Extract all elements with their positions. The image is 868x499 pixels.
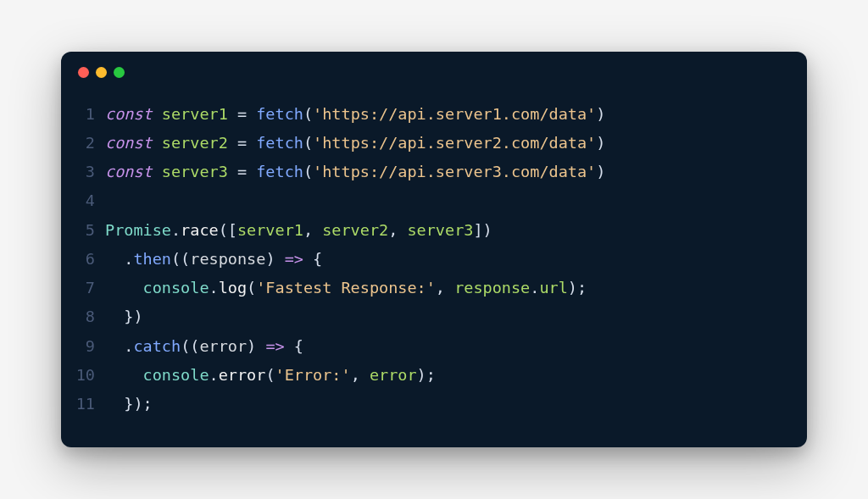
line-number: 10 [71,361,105,390]
token-var: server1 [162,105,228,123]
code-line: 2const server2 = fetch('https://api.serv… [71,129,787,158]
line-number: 8 [71,302,105,331]
token-plain [153,134,162,152]
token-punct: ) [596,134,605,152]
code-content: }); [105,390,153,419]
code-line: 5Promise.race([server1, server2, server3… [71,216,787,245]
token-plain [153,105,162,123]
titlebar [61,52,807,85]
token-var: server2 [162,134,228,152]
token-method: then [133,250,171,268]
token-punct: . [171,221,181,239]
token-str: 'Fastest Response:' [256,279,436,297]
code-window: 1const server1 = fetch('https://api.serv… [61,52,807,447]
code-content: Promise.race([server1, server2, server3]… [105,216,492,245]
token-fn: fetch [256,163,303,180]
token-punct: . [124,337,133,355]
token-var: error [370,366,417,384]
token-punct: { [303,250,322,268]
token-punct: , [351,366,370,384]
token-punct: ( [303,163,313,180]
token-punct: (( [181,337,199,355]
token-punct: = [237,134,247,152]
token-punct: . [209,279,219,297]
code-content: console.log('Fastest Response:', respons… [105,274,587,302]
minimize-icon[interactable] [96,67,107,78]
token-kw: const [105,105,153,123]
token-plain [105,250,124,268]
token-fn: fetch [256,105,303,123]
token-punct: }); [124,395,152,413]
token-punct: ); [568,279,587,297]
token-str: 'https://api.server1.com/data' [313,105,596,123]
line-number: 9 [71,332,105,361]
token-punct: ([ [219,221,237,239]
code-line: 3const server3 = fetch('https://api.serv… [71,158,787,186]
token-methodw: race [181,221,219,239]
line-number: 5 [71,216,105,245]
token-arrow: => [265,337,284,355]
token-punct: ( [265,366,275,384]
token-punct: ) [596,105,605,123]
code-line: 7 console.log('Fastest Response:', respo… [71,274,787,302]
token-plain [247,134,256,152]
line-number: 4 [71,186,105,215]
token-methodw: error [219,366,266,384]
token-punct: { [285,337,303,355]
token-plain [153,163,162,180]
token-prop: url [539,279,567,297]
code-content: const server3 = fetch('https://api.serve… [105,158,605,186]
line-number: 2 [71,129,105,158]
code-line: 9 .catch((error) => { [71,332,787,361]
token-plain [228,134,237,152]
code-content [105,186,114,215]
code-content: const server1 = fetch('https://api.serve… [105,100,605,129]
code-content: .then((response) => { [105,245,322,274]
code-content: }) [105,302,143,331]
token-var: server3 [407,221,473,239]
token-param: error [199,337,247,355]
token-var: response [454,279,530,297]
token-var: server3 [162,163,228,180]
token-punct: ) [247,337,265,355]
token-punct: ]) [473,221,492,239]
code-line: 10 console.error('Error:', error); [71,361,787,390]
line-number: 7 [71,274,105,302]
token-str: 'Error:' [275,366,351,384]
token-arrow: => [285,250,303,268]
line-number: 6 [71,245,105,274]
token-punct: (( [171,250,190,268]
token-plain [105,366,143,384]
token-punct: ( [303,134,313,152]
token-punct: ); [417,366,436,384]
token-plain [247,105,256,123]
token-obj: console [143,279,209,297]
token-punct: = [237,105,247,123]
token-fn: fetch [256,134,303,152]
token-punct: , [388,221,407,239]
code-content: .catch((error) => { [105,332,303,361]
maximize-icon[interactable] [114,67,125,78]
code-line: 11 }); [71,390,787,419]
token-plain [247,163,256,180]
token-punct: }) [124,308,142,325]
token-punct: . [530,279,539,297]
token-var: server1 [237,221,303,239]
token-kw: const [105,134,153,152]
token-plain [105,308,124,325]
code-line: 1const server1 = fetch('https://api.serv… [71,100,787,129]
token-plain [228,163,237,180]
token-punct: ) [596,163,605,180]
token-str: 'https://api.server2.com/data' [313,134,596,152]
code-line: 6 .then((response) => { [71,245,787,274]
token-plain [105,279,143,297]
line-number: 1 [71,100,105,129]
code-line: 8 }) [71,302,787,331]
token-plain [105,395,124,413]
token-param: response [190,250,265,268]
token-obj: console [143,366,209,384]
token-punct: . [209,366,219,384]
token-str: 'https://api.server3.com/data' [313,163,596,180]
close-icon[interactable] [78,67,89,78]
line-number: 3 [71,158,105,186]
